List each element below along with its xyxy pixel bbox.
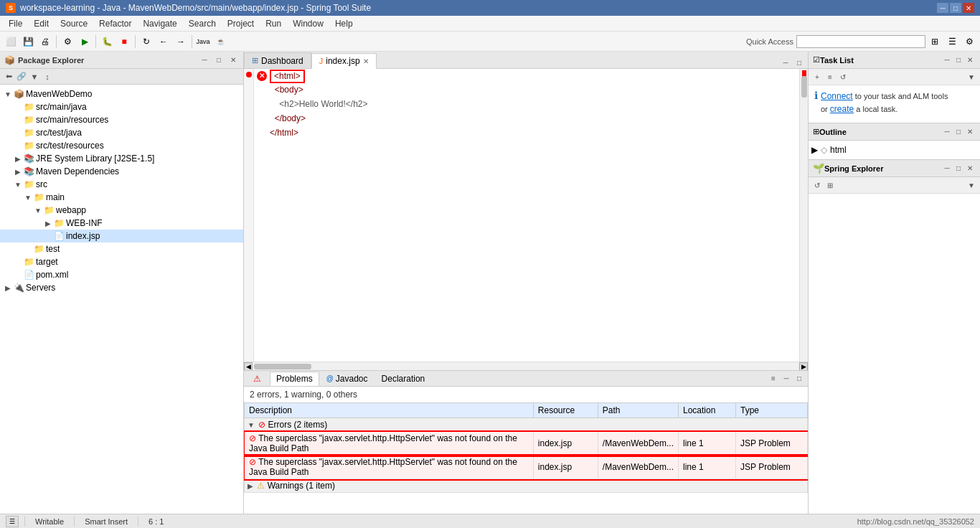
spring-refresh-btn[interactable]: ↺: [811, 179, 823, 191]
debug-button[interactable]: 🐛: [99, 34, 115, 50]
spring-menu-btn[interactable]: ▼: [966, 179, 977, 191]
collapse-all-btn[interactable]: ⬅: [3, 71, 14, 82]
scrollbar-thumb[interactable]: [801, 76, 807, 98]
tree-webapp[interactable]: ▼ 📁 webapp: [0, 204, 243, 217]
tab-dashboard[interactable]: ⊞ Dashboard: [244, 52, 311, 68]
spring-maximize[interactable]: □: [953, 163, 964, 174]
run-button[interactable]: ▶: [77, 34, 93, 50]
col-location[interactable]: Location: [679, 403, 736, 418]
toolbar-right-btn-3[interactable]: ⚙: [961, 34, 977, 50]
errors-group-header[interactable]: ▼ ⊘ Errors (2 items): [245, 418, 808, 432]
toolbar-right-btn-1[interactable]: ⊞: [927, 34, 943, 50]
maximize-button[interactable]: □: [950, 3, 961, 13]
tree-root-maven[interactable]: ▼ 📦 MavenWebDemo: [0, 88, 243, 100]
status-icon-btn[interactable]: ☰: [6, 516, 19, 527]
outline-maximize[interactable]: □: [953, 126, 964, 138]
tree-main[interactable]: ▼ 📁 main: [0, 191, 243, 204]
errors-expand-arrow[interactable]: ▼: [248, 421, 255, 429]
error-row-1[interactable]: ⊘ The superclass "javax.servlet.http.Htt…: [245, 432, 808, 456]
tab-index-jsp[interactable]: J index.jsp ✕: [311, 53, 377, 69]
menu-navigate[interactable]: Navigate: [137, 17, 182, 30]
toolbar-right-btn-2[interactable]: ☰: [944, 34, 960, 50]
outline-html-node[interactable]: ▶ ◇ html: [811, 143, 977, 156]
editor-scrollbar[interactable]: [799, 69, 808, 362]
col-resource[interactable]: Resource: [533, 403, 598, 418]
package-explorer-maximize[interactable]: □: [213, 55, 225, 66]
tab-declaration[interactable]: Declaration: [375, 372, 432, 386]
menu-help[interactable]: Help: [329, 17, 359, 30]
sync-btn[interactable]: ↕: [42, 71, 53, 82]
tree-target[interactable]: 📁 target: [0, 255, 243, 268]
tab-problems[interactable]: Problems: [270, 372, 319, 386]
connect-link[interactable]: Connect: [821, 91, 853, 101]
menu-file[interactable]: File: [3, 17, 28, 30]
outline-close[interactable]: ✕: [964, 126, 976, 138]
perspective-btn-1[interactable]: Java: [195, 34, 211, 50]
new-task-btn[interactable]: +: [811, 71, 823, 82]
sync-task-btn[interactable]: ↺: [837, 71, 849, 82]
save-button[interactable]: 💾: [20, 34, 36, 50]
tab-close-icon[interactable]: ✕: [363, 57, 369, 65]
view-menu-btn[interactable]: ▼: [29, 71, 40, 82]
quick-access-input[interactable]: [796, 35, 925, 48]
editor-minimize-btn[interactable]: ─: [780, 57, 791, 68]
tree-src[interactable]: ▼ 📁 src: [0, 178, 243, 191]
problems-table-container[interactable]: Description Resource Path Location Type …: [244, 402, 808, 514]
refresh-button[interactable]: ↻: [138, 34, 154, 50]
menu-run[interactable]: Run: [260, 17, 287, 30]
tab-javadoc[interactable]: @ Javadoc: [320, 372, 374, 386]
spring-btn-2[interactable]: ⊞: [824, 179, 836, 191]
problems-panel-menu[interactable]: ≡: [768, 373, 779, 385]
create-link[interactable]: create: [830, 104, 854, 114]
new-button[interactable]: ⬜: [3, 34, 19, 50]
tree-src-main-resources[interactable]: 📁 src/main/resources: [0, 113, 243, 126]
tree-index-jsp[interactable]: 📄 index.jsp: [0, 230, 243, 242]
menu-search[interactable]: Search: [183, 17, 222, 30]
tree-pom-xml[interactable]: 📄 pom.xml: [0, 268, 243, 281]
tree-src-test-resources[interactable]: 📁 src/test/resources: [0, 139, 243, 152]
spring-minimize[interactable]: ─: [941, 163, 953, 174]
editor-content-area[interactable]: ✕ <html> <body> <h2>Hello World!</h2> </…: [254, 69, 799, 362]
problems-panel-maximize[interactable]: □: [793, 373, 805, 385]
minimize-button[interactable]: ─: [937, 3, 948, 13]
run-config-button[interactable]: ⚙: [60, 34, 75, 50]
tree-src-test-java[interactable]: 📁 src/test/java: [0, 126, 243, 139]
close-button[interactable]: ✕: [963, 3, 974, 13]
error-row-2[interactable]: ⊘ The superclass "javax.servlet.http.Htt…: [245, 456, 808, 479]
scrollbar-h-thumb[interactable]: [254, 364, 311, 369]
link-editor-btn[interactable]: 🔗: [16, 71, 27, 82]
task-collapse-btn[interactable]: ▼: [966, 71, 977, 82]
editor-h-scrollbar[interactable]: ◀ ▶: [244, 362, 808, 370]
outline-minimize[interactable]: ─: [941, 126, 953, 138]
tree-test[interactable]: 📁 test: [0, 242, 243, 255]
task-list-maximize[interactable]: □: [953, 55, 964, 66]
back-button[interactable]: ←: [156, 34, 171, 50]
print-button[interactable]: 🖨: [37, 34, 53, 50]
tree-src-main-java[interactable]: 📁 src/main/java: [0, 100, 243, 113]
forward-button[interactable]: →: [173, 34, 189, 50]
stop-button[interactable]: ■: [116, 34, 132, 50]
perspective-btn-2[interactable]: ☕: [212, 34, 228, 50]
filter-btn[interactable]: ≡: [824, 71, 836, 82]
warnings-group-header[interactable]: ▶ ⚠ Warnings (1 item): [245, 479, 808, 493]
scroll-right-btn[interactable]: ▶: [799, 362, 808, 371]
problems-panel-minimize[interactable]: ─: [781, 373, 792, 385]
tree-jre-system[interactable]: ▶ 📚 JRE System Library [J2SE-1.5]: [0, 152, 243, 165]
task-list-minimize[interactable]: ─: [941, 55, 953, 66]
outline-expand-arrow[interactable]: ▶: [811, 145, 818, 155]
scroll-left-btn[interactable]: ◀: [244, 362, 253, 371]
menu-project[interactable]: Project: [222, 17, 260, 30]
editor-maximize-btn[interactable]: □: [793, 57, 805, 68]
col-description[interactable]: Description: [245, 403, 534, 418]
tree-servers[interactable]: ▶ 🔌 Servers: [0, 281, 243, 294]
menu-edit[interactable]: Edit: [28, 17, 55, 30]
warnings-expand-arrow[interactable]: ▶: [248, 482, 253, 490]
col-path[interactable]: Path: [598, 403, 678, 418]
task-list-close[interactable]: ✕: [964, 55, 976, 66]
package-explorer-close[interactable]: ✕: [227, 55, 239, 66]
spring-close[interactable]: ✕: [964, 163, 976, 174]
tree-maven-deps[interactable]: ▶ 📚 Maven Dependencies: [0, 165, 243, 178]
col-type[interactable]: Type: [736, 403, 808, 418]
menu-window[interactable]: Window: [287, 17, 329, 30]
menu-refactor[interactable]: Refactor: [93, 17, 137, 30]
